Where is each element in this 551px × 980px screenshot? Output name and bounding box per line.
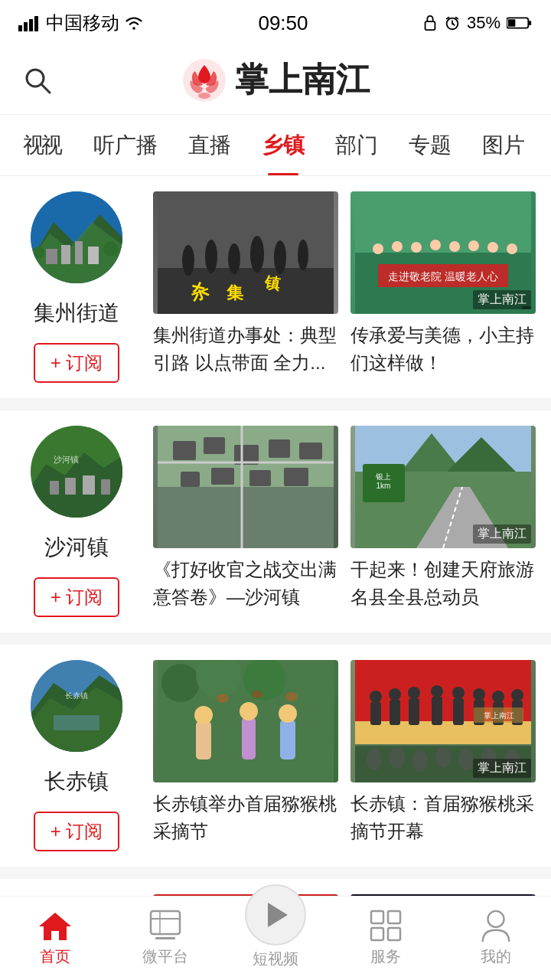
- status-bar: 中国移动 09:50 35%: [0, 0, 551, 46]
- svg-rect-18: [61, 245, 70, 264]
- svg-point-89: [279, 704, 297, 723]
- svg-rect-104: [453, 698, 464, 725]
- svg-rect-102: [432, 697, 442, 725]
- news-card-ca-2[interactable]: 掌上南江 掌上南江 长赤镇：首届猕猴桃采摘节开幕: [350, 660, 536, 845]
- svg-point-91: [252, 691, 262, 698]
- svg-rect-3: [34, 16, 38, 31]
- status-carrier: 中国移动: [18, 11, 144, 35]
- nav-home-label: 首页: [40, 946, 70, 967]
- subscribe-btn-ca[interactable]: + 订阅: [34, 812, 120, 851]
- svg-point-101: [408, 687, 420, 699]
- nav-shortvideo[interactable]: 短视频: [220, 907, 331, 969]
- svg-point-28: [250, 236, 264, 273]
- news-card-sh-2[interactable]: 银上 1km 掌上南江 干起来！创建天府旅游名县全县总动员: [350, 426, 536, 611]
- news-card-sh-1[interactable]: 《打好收官之战交出满意答卷》—沙河镇: [153, 426, 338, 611]
- nav-mine-label: 我的: [481, 946, 511, 967]
- svg-point-37: [392, 241, 403, 252]
- svg-point-42: [487, 242, 498, 253]
- svg-rect-49: [65, 478, 76, 495]
- nav-service[interactable]: 服务: [331, 910, 441, 967]
- nav-weiplat[interactable]: 微平台: [110, 910, 220, 967]
- logo-icon: [181, 57, 227, 103]
- tab-dept[interactable]: 部门: [320, 115, 393, 176]
- news-thumb-ca-2: 掌上南江 掌上南江: [350, 660, 536, 782]
- svg-point-115: [412, 750, 428, 772]
- svg-point-21: [32, 247, 44, 259]
- search-button[interactable]: [18, 61, 57, 100]
- svg-rect-100: [409, 698, 419, 725]
- svg-point-36: [373, 243, 383, 254]
- nav-home[interactable]: 首页: [0, 910, 110, 967]
- news-grid-jzjd: 杀 集 镇 集州街道办事处：典型引路 以点带面 全力...: [153, 191, 536, 377]
- svg-text:银上: 银上: [375, 472, 391, 481]
- subscribe-btn-sh[interactable]: + 订阅: [34, 577, 120, 617]
- news-card-jzjd-2[interactable]: 走进敬老院 温暖老人心 掌上南江 传承爱与美德，小主持们这样做！: [350, 191, 536, 377]
- tab-radio[interactable]: 听广播: [78, 115, 173, 176]
- svg-point-87: [240, 702, 258, 720]
- svg-rect-2: [29, 19, 33, 31]
- news-title-jzjd-1: 集州街道办事处：典型引路 以点带面 全力...: [153, 322, 338, 377]
- svg-rect-95: [355, 721, 531, 744]
- svg-point-85: [194, 706, 213, 724]
- news-thumb-sh-2: 银上 1km 掌上南江: [350, 426, 536, 548]
- svg-point-107: [473, 688, 485, 701]
- section-jzjd: 集州街道 + 订阅: [0, 176, 551, 398]
- tab-tv[interactable]: 视 视: [8, 115, 78, 176]
- svg-rect-77: [54, 715, 99, 730]
- svg-rect-149: [151, 911, 180, 934]
- svg-point-90: [217, 694, 229, 703]
- nav-mine[interactable]: 我的: [441, 910, 551, 967]
- news-thumb-ca-1: [153, 660, 338, 782]
- svg-point-4: [132, 27, 135, 29]
- svg-rect-88: [280, 720, 295, 760]
- tab-live[interactable]: 直播: [173, 115, 246, 176]
- svg-point-113: [367, 749, 382, 770]
- avatar-changchizhen: 长赤镇: [31, 660, 122, 752]
- svg-rect-51: [101, 479, 110, 495]
- section-shahezhen: 沙河镇 沙河镇 + 订阅: [0, 410, 551, 632]
- svg-rect-98: [390, 700, 400, 725]
- svg-point-99: [389, 688, 401, 701]
- section-left-jzjd: 集州街道 + 订阅: [15, 191, 138, 383]
- svg-point-41: [468, 240, 479, 251]
- signal-icon: [18, 15, 41, 31]
- svg-point-43: [507, 243, 517, 254]
- lock-icon: [422, 15, 438, 31]
- svg-rect-55: [173, 441, 196, 460]
- svg-point-92: [285, 692, 298, 701]
- svg-point-97: [370, 691, 382, 703]
- tab-photos[interactable]: 图片: [467, 115, 540, 176]
- tab-township[interactable]: 乡镇: [246, 115, 320, 176]
- news-thumb-jzjd-1: 杀 集 镇: [153, 191, 338, 314]
- tab-topic[interactable]: 专题: [393, 115, 467, 176]
- svg-text:走进敬老院 温暖老人心: 走进敬老院 温暖老人心: [388, 270, 498, 283]
- svg-point-29: [274, 240, 286, 274]
- svg-text:集: 集: [227, 283, 244, 302]
- play-button[interactable]: [245, 884, 306, 946]
- svg-point-38: [411, 242, 422, 253]
- svg-point-80: [161, 664, 200, 702]
- svg-point-111: [511, 689, 523, 701]
- svg-rect-50: [83, 475, 95, 495]
- svg-rect-63: [284, 468, 308, 486]
- header: 掌上南江: [0, 46, 551, 115]
- tab-add[interactable]: +: [540, 115, 551, 176]
- battery-text: 35%: [467, 13, 500, 33]
- subscribe-btn-jzjd[interactable]: + 订阅: [34, 343, 120, 383]
- apps-icon: [370, 910, 402, 942]
- section-changchizhen: 长赤镇 长赤镇 + 订阅: [0, 645, 551, 867]
- news-grid-ca: 长赤镇举办首届猕猴桃采摘节: [153, 660, 536, 845]
- avatar-jzjd: [31, 191, 122, 283]
- news-card-ca-1[interactable]: 长赤镇举办首届猕猴桃采摘节: [153, 660, 338, 845]
- svg-point-157: [488, 911, 504, 927]
- news-title-sh-1: 《打好收官之战交出满意答卷》—沙河镇: [153, 556, 338, 611]
- news-title-sh-2: 干起来！创建天府旅游名县全县总动员: [350, 556, 536, 611]
- svg-rect-154: [388, 911, 400, 923]
- logo-text: 掌上南江: [235, 57, 370, 103]
- svg-point-116: [435, 746, 451, 768]
- svg-point-13: [198, 93, 210, 99]
- svg-rect-5: [425, 21, 435, 30]
- section-left-sh: 沙河镇 沙河镇 + 订阅: [15, 426, 138, 617]
- svg-rect-20: [88, 247, 99, 264]
- news-card-jzjd-1[interactable]: 杀 集 镇 集州街道办事处：典型引路 以点带面 全力...: [153, 191, 338, 377]
